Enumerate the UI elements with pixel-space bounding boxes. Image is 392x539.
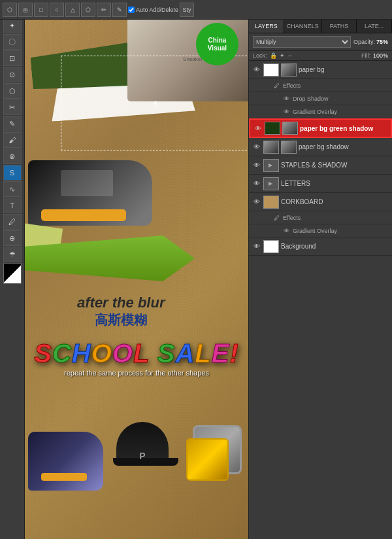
canvas-area: Sneaker after the blur 高斯模糊 SCHOOL SALE! xyxy=(0,0,248,539)
layer-list: 👁 paper bg 🖊 Effects 👁 Drop Shadow 👁 Gra… xyxy=(249,61,392,531)
tab-late[interactable]: LATE... xyxy=(357,20,392,33)
effects-label-1: Effects xyxy=(283,82,301,89)
cap-product: P xyxy=(113,422,172,481)
spot-heal-tool[interactable]: ✂ xyxy=(3,99,22,115)
lock-position-icon[interactable]: 🔒 xyxy=(270,52,277,59)
lock-move-icon[interactable]: ↔ xyxy=(287,52,293,59)
gradient-overlay-row-2[interactable]: 👁 Gradient Overlay xyxy=(249,224,392,237)
clone-tool[interactable]: 🖌 xyxy=(3,132,22,148)
tool-btn-5[interactable]: △ xyxy=(65,3,80,17)
name-bg-shadow: paper bg shadow xyxy=(299,143,389,150)
mask-green-shadow xyxy=(282,122,298,135)
tool-btn-1[interactable]: ⬡ xyxy=(3,3,17,17)
tool-btn-4[interactable]: ○ xyxy=(50,3,64,17)
eye-gradient-1[interactable]: 👁 xyxy=(282,107,291,116)
pen-tool[interactable]: S xyxy=(3,165,22,181)
brush-tool[interactable]: ✎ xyxy=(3,116,22,131)
opacity-control: Opacity: 75% xyxy=(353,39,388,45)
layer-paper-bg[interactable]: 👁 paper bg xyxy=(249,61,392,79)
hand-tool[interactable]: ☂ xyxy=(3,247,22,262)
eye-icon-bg-shadow[interactable]: 👁 xyxy=(252,143,261,152)
blur-text-chinese: 高斯模糊 xyxy=(77,311,165,329)
watches-product xyxy=(180,425,245,497)
shape-tool[interactable]: 🖊 xyxy=(3,214,22,230)
name-staples: STAPLES & SHADOW xyxy=(281,162,389,169)
fill-label: Fill: xyxy=(361,52,370,59)
eye-icon-green-shadow[interactable]: 👁 xyxy=(253,124,263,133)
eraser-tool[interactable]: ⊗ xyxy=(3,148,22,164)
name-corkboard: CORKBOARD xyxy=(281,198,389,205)
lock-pixel-icon[interactable]: ✦ xyxy=(280,52,285,59)
layer-paper-bg-green-shadow[interactable]: 👁 paper bg green shadow xyxy=(249,118,392,138)
tool-btn-6[interactable]: ⬠ xyxy=(81,3,95,17)
tab-paths[interactable]: PATHS xyxy=(322,20,357,33)
tool-btn-8[interactable]: ✎ xyxy=(112,3,127,17)
blur-text-container: after the blur 高斯模糊 xyxy=(77,294,165,329)
gradient-overlay-label-1: Gradient Overlay xyxy=(293,109,337,115)
style-btn[interactable]: Sty xyxy=(180,3,194,17)
layer-letters[interactable]: 👁 ▶ LETTERS xyxy=(249,175,392,193)
tab-channels[interactable]: CHANNELS xyxy=(284,20,322,33)
eye-icon-background[interactable]: 👁 xyxy=(252,242,261,251)
color-swatch[interactable] xyxy=(3,263,22,284)
layer-background[interactable]: 👁 Background xyxy=(249,237,392,256)
panel-tabs-row: LAYERS CHANNELS PATHS LATE... xyxy=(249,20,392,33)
layers-panel: LAYERS CHANNELS PATHS LATE... Multiply N… xyxy=(248,20,392,539)
thumb-staples: ▶ xyxy=(263,159,279,172)
eye-gradient-2[interactable]: 👁 xyxy=(282,226,291,235)
name-green-shadow: paper bg green shadow xyxy=(300,125,387,132)
blur-text-english: after the blur xyxy=(77,294,165,311)
thumb-corkboard xyxy=(263,196,279,209)
thumb-background xyxy=(263,240,279,253)
text-tool[interactable]: T xyxy=(3,198,22,213)
group-arrow-letters[interactable]: ▶ xyxy=(269,181,272,186)
lasso-tool[interactable]: 〇 xyxy=(3,34,22,50)
effects-group-2: 🖊 Effects xyxy=(249,211,392,224)
china-visual-watermark: China Visual xyxy=(196,23,238,65)
zoom-tool[interactable]: ⊕ xyxy=(3,230,22,246)
eye-icon-corkboard[interactable]: 👁 xyxy=(252,198,261,207)
path-tool[interactable]: ∿ xyxy=(3,181,22,197)
layer-blend-controls: Multiply Normal Screen Opacity: 75% xyxy=(249,33,392,51)
name-background: Background xyxy=(281,243,389,250)
mask-bg-shadow xyxy=(281,141,297,154)
top-toolbar: ⬡ ◎ □ ○ △ ⬠ ✏ ✎ Auto Add/Delete Sty xyxy=(0,0,392,20)
eye-icon-letters[interactable]: 👁 xyxy=(252,179,261,188)
products-area: P xyxy=(25,412,248,536)
eye-drop-shadow[interactable]: 👁 xyxy=(282,94,291,103)
eye-icon-staples[interactable]: 👁 xyxy=(252,161,261,170)
blend-mode-select[interactable]: Multiply Normal Screen xyxy=(253,36,351,48)
tool-btn-7[interactable]: ✏ xyxy=(97,3,111,17)
drop-shadow-row[interactable]: 👁 Drop Shadow xyxy=(249,92,392,105)
layer-paper-bg-shadow[interactable]: 👁 paper bg shadow xyxy=(249,138,392,156)
school-sale-text: SCHOOL SALE! xyxy=(25,340,248,366)
effects-label-2: Effects xyxy=(283,215,301,221)
drop-shadow-label: Drop Shadow xyxy=(293,96,329,102)
crop-tool[interactable]: ⊙ xyxy=(3,67,22,82)
fill-value[interactable]: 100% xyxy=(373,52,388,59)
repeat-process-text: repeat the same process for the other sh… xyxy=(25,369,248,377)
eyedropper-tool[interactable]: ⬡ xyxy=(3,83,22,99)
tool-btn-3[interactable]: □ xyxy=(34,3,48,17)
magic-wand-tool[interactable]: ⊡ xyxy=(3,50,22,66)
shoe-product-left xyxy=(28,432,103,491)
eye-icon-paper-bg[interactable]: 👁 xyxy=(252,65,261,75)
lock-fill-row: Lock: 🔒 ✦ ↔ Fill: 100% xyxy=(249,51,392,61)
opacity-value[interactable]: 75% xyxy=(376,39,388,45)
tool-btn-2[interactable]: ◎ xyxy=(18,3,33,17)
shoe-image-main xyxy=(25,147,159,242)
select-tool[interactable]: ✦ xyxy=(3,18,22,33)
thumb-paper-bg xyxy=(263,63,279,77)
effects-group-1: 🖊 Effects xyxy=(249,79,392,92)
tab-layers[interactable]: LAYERS xyxy=(249,20,284,33)
auto-add-delete-checkbox[interactable]: Auto Add/Delete xyxy=(128,7,178,13)
layer-corkboard[interactable]: 👁 CORKBOARD xyxy=(249,193,392,211)
gradient-overlay-row-1[interactable]: 👁 Gradient Overlay xyxy=(249,105,392,118)
left-toolbar: ↖ ✦ 〇 ⊡ ⊙ ⬡ ✂ ✎ 🖌 ⊗ S ∿ T 🖊 ⊕ ☂ xyxy=(0,0,25,539)
fx-eye-1[interactable]: 🖊 xyxy=(272,81,281,90)
layer-staples-shadow[interactable]: 👁 ▶ STAPLES & SHADOW xyxy=(249,156,392,175)
group-arrow-staples[interactable]: ▶ xyxy=(269,162,272,168)
canvas-content: Sneaker after the blur 高斯模糊 SCHOOL SALE! xyxy=(25,20,248,539)
fx-eye-2[interactable]: 🖊 xyxy=(272,213,281,222)
name-letters: LETTERS xyxy=(281,180,389,187)
